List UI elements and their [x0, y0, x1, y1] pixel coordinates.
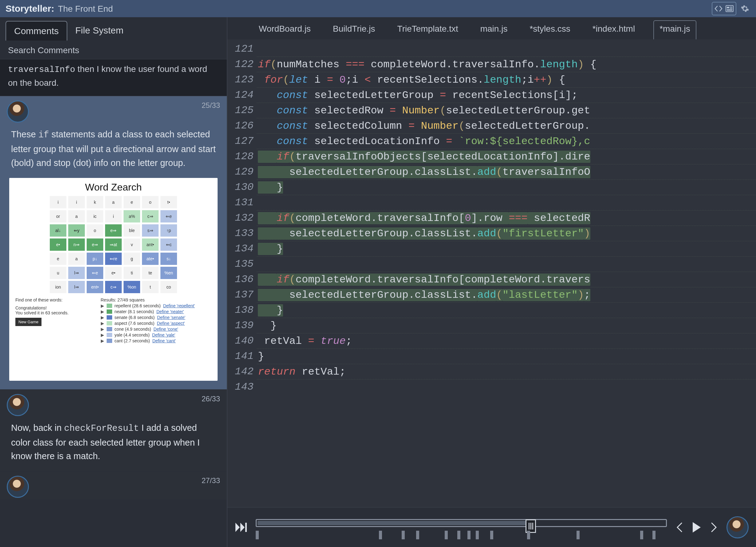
code-line[interactable]: if(numMatches === completeWord.traversal… — [257, 57, 756, 72]
comment-attachment-image[interactable]: Word Zearch iikaeot•oraicia%c⇒⇐eal↓⇐yoe⇒… — [9, 178, 218, 381]
line-number: 140 — [235, 333, 254, 348]
wz-cell: a — [68, 253, 85, 265]
code-line[interactable]: if(traversalInfoObjects[selectedLocation… — [257, 149, 756, 164]
wz-cell: te — [142, 267, 159, 279]
file-tab[interactable]: WordBoard.js — [255, 20, 314, 39]
code-line[interactable]: for(let i = 0;i < recentSelections.lengt… — [257, 72, 756, 87]
playback-marker[interactable] — [379, 531, 382, 539]
tab-filesystem[interactable]: File System — [67, 21, 132, 41]
next-button[interactable] — [711, 522, 718, 533]
wz-find-label: Find one of these words: — [15, 297, 95, 302]
code-line[interactable] — [257, 256, 756, 272]
code-line[interactable]: } — [257, 318, 756, 333]
wz-result-row: ▶cone (4.9 seconds) Define 'cone' — [101, 327, 212, 332]
file-tab[interactable]: main.js — [477, 20, 511, 39]
playback-marker[interactable] — [527, 531, 530, 539]
settings-icon[interactable] — [739, 3, 750, 14]
file-tab[interactable]: BuildTrie.js — [329, 20, 379, 39]
right-panel: WordBoard.jsBuildTrie.jsTrieTemplate.txt… — [227, 17, 756, 547]
comments-list[interactable]: traversalInfo then I know the user found… — [0, 59, 227, 547]
playback-marker[interactable] — [476, 531, 479, 539]
wz-cell: co — [160, 281, 177, 293]
skip-forward-button[interactable] — [235, 522, 247, 533]
wz-cell: ble — [124, 224, 140, 237]
comment-counter: 27/33 — [202, 476, 220, 485]
code-view-icon[interactable] — [713, 3, 724, 14]
wz-result-row: ▶neater (8.1 seconds) Define 'neater' — [101, 309, 212, 314]
code-area[interactable]: if(numMatches === completeWord.traversal… — [257, 39, 756, 507]
wz-cell: c⇒ — [142, 210, 159, 222]
code-line[interactable] — [257, 41, 756, 57]
code-line[interactable]: selectedLetterGroup.classList.add("first… — [257, 226, 756, 241]
header-controls — [712, 2, 750, 15]
code-line[interactable]: } — [257, 241, 756, 256]
avatar — [7, 100, 29, 123]
wz-cell: u — [50, 267, 66, 279]
comment-card[interactable]: 26/33 Now, back in checkForResult I add … — [0, 390, 227, 472]
author-avatar[interactable] — [726, 516, 749, 538]
tab-comments[interactable]: Comments — [6, 21, 67, 41]
wz-cell: i — [105, 210, 122, 222]
wz-cell: ⇒at — [105, 238, 122, 251]
code-line[interactable]: const selectedLocationInfo = `row:${sele… — [257, 133, 756, 149]
file-tab[interactable]: *index.html — [589, 20, 639, 39]
wz-cell: s⇒ — [142, 224, 159, 237]
code-line[interactable]: } — [257, 179, 756, 195]
prev-button[interactable] — [675, 522, 683, 533]
wz-solvedin: You solved it in 63 seconds. — [15, 310, 95, 315]
code-editor[interactable]: 1211221231241251261271281291301311321331… — [227, 39, 756, 507]
wz-cell: v — [124, 238, 140, 251]
playback-marker[interactable] — [577, 531, 580, 539]
view-mode-toggle[interactable] — [712, 2, 736, 15]
file-tab[interactable]: *main.js — [653, 20, 696, 39]
blog-view-icon[interactable] — [724, 3, 735, 14]
playback-marker[interactable] — [640, 531, 643, 539]
wz-cell: ⇐e — [87, 267, 103, 279]
playback-marker[interactable] — [416, 531, 419, 539]
wz-cell: e• — [50, 238, 66, 251]
line-number: 121 — [235, 41, 254, 57]
code-line[interactable]: selectedLetterGroup.classList.add(traver… — [257, 164, 756, 179]
code-line[interactable]: const selectedLetterGroup = recentSelect… — [257, 87, 756, 103]
comment-card[interactable]: 27/33 — [0, 471, 227, 500]
svg-rect-6 — [245, 523, 247, 532]
code-line[interactable]: return retVal; — [257, 364, 756, 379]
playback-marker[interactable] — [490, 531, 493, 539]
playback-marker[interactable] — [457, 531, 460, 539]
wordzearch-title: Word Zearch — [15, 182, 211, 193]
wz-cell: i — [50, 196, 66, 208]
wz-cell: ⇐e — [160, 210, 177, 222]
code-line[interactable]: retVal = true; — [257, 333, 756, 348]
code-line[interactable]: const selectedColumn = Number(selectedLe… — [257, 118, 756, 133]
code-line[interactable]: selectedLetterGroup.classList.add("lastL… — [257, 287, 756, 302]
code-line[interactable]: if(completeWord.traversalInfo[completeWo… — [257, 272, 756, 287]
comment-card-active[interactable]: 25/33 These if statements add a class to… — [0, 96, 227, 390]
code-line[interactable]: } — [257, 302, 756, 318]
code-line[interactable]: if(completeWord.traversalInfo[0].row ===… — [257, 210, 756, 226]
code-line[interactable]: const selectedRow = Number(selectedLette… — [257, 103, 756, 118]
line-number: 126 — [235, 118, 254, 133]
playback-marker[interactable] — [256, 531, 259, 539]
file-tab[interactable]: TrieTemplate.txt — [394, 20, 462, 39]
wz-cell: ⇐y — [68, 224, 85, 237]
playback-track[interactable] — [256, 514, 667, 541]
playback-marker[interactable] — [467, 531, 471, 539]
line-number: 135 — [235, 256, 254, 272]
wz-result-row: ▶senate (6.8 seconds) Define 'senate' — [101, 315, 212, 320]
playback-marker[interactable] — [652, 531, 656, 539]
code-line[interactable] — [257, 379, 756, 395]
file-tab[interactable]: *styles.css — [526, 20, 574, 39]
code-token: checkForResult — [64, 423, 139, 434]
line-number: 124 — [235, 87, 254, 103]
play-button[interactable] — [691, 521, 702, 533]
app-title: Storyteller: — [6, 3, 54, 14]
code-line[interactable] — [257, 195, 756, 210]
playback-marker[interactable] — [402, 531, 405, 539]
code-line[interactable]: } — [257, 348, 756, 364]
comment-text: Now, back in — [11, 423, 64, 433]
playback-marker[interactable] — [445, 531, 448, 539]
line-number: 130 — [235, 179, 254, 195]
search-comments-link[interactable]: Search Comments — [0, 41, 227, 59]
line-number: 127 — [235, 133, 254, 149]
wz-newgame-button[interactable]: New Game — [15, 318, 41, 326]
